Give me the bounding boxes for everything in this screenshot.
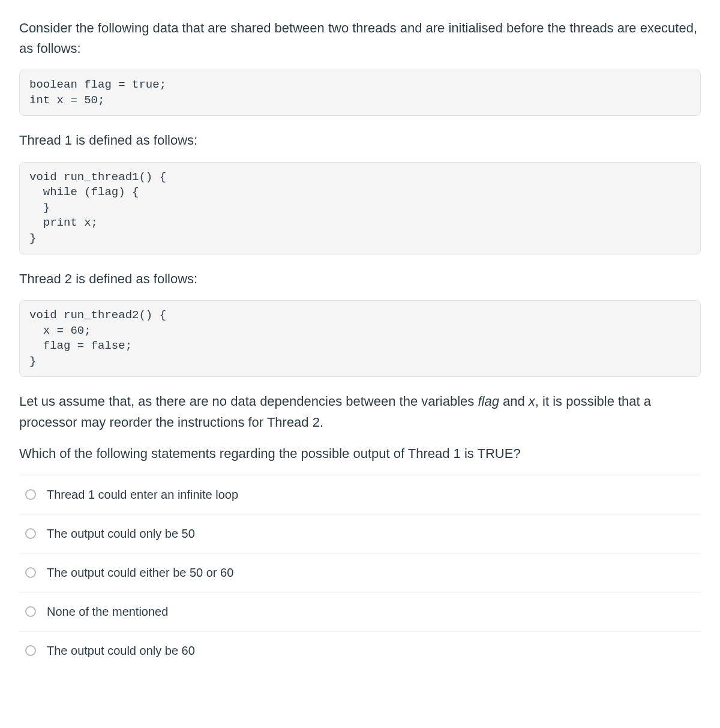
answer-label: The output could either be 50 or 60: [47, 564, 233, 581]
thread2-label: Thread 2 is defined as follows:: [19, 269, 701, 289]
question-intro: Consider the following data that are sha…: [19, 18, 701, 59]
answer-option-0[interactable]: Thread 1 could enter an infinite loop: [19, 475, 701, 514]
radio-icon[interactable]: [25, 606, 36, 617]
assumption-var-x: x: [529, 394, 535, 409]
code-block-init: boolean flag = true; int x = 50;: [19, 70, 701, 116]
answer-label: Thread 1 could enter an infinite loop: [47, 486, 238, 503]
answer-option-1[interactable]: The output could only be 50: [19, 514, 701, 553]
answer-label: None of the mentioned: [47, 603, 168, 620]
code-block-thread2: void run_thread2() { x = 60; flag = fals…: [19, 300, 701, 378]
question-assumption: Let us assume that, as there are no data…: [19, 391, 701, 432]
answers-list: Thread 1 could enter an infinite loop Th…: [19, 475, 701, 670]
question-body: Consider the following data that are sha…: [19, 18, 701, 464]
code-block-thread1: void run_thread1() { while (flag) { } pr…: [19, 162, 701, 254]
answer-label: The output could only be 50: [47, 525, 195, 542]
answer-option-4[interactable]: The output could only be 60: [19, 631, 701, 670]
answer-option-2[interactable]: The output could either be 50 or 60: [19, 553, 701, 592]
assumption-prefix: Let us assume that, as there are no data…: [19, 394, 478, 409]
radio-icon[interactable]: [25, 528, 36, 539]
thread1-label: Thread 1 is defined as follows:: [19, 130, 701, 151]
radio-icon[interactable]: [25, 489, 36, 500]
assumption-var-flag: flag: [478, 394, 499, 409]
answer-label: The output could only be 60: [47, 642, 195, 659]
radio-icon[interactable]: [25, 567, 36, 578]
question-prompt: Which of the following statements regard…: [19, 444, 701, 464]
answer-option-3[interactable]: None of the mentioned: [19, 592, 701, 631]
radio-icon[interactable]: [25, 645, 36, 656]
assumption-mid: and: [499, 394, 529, 409]
